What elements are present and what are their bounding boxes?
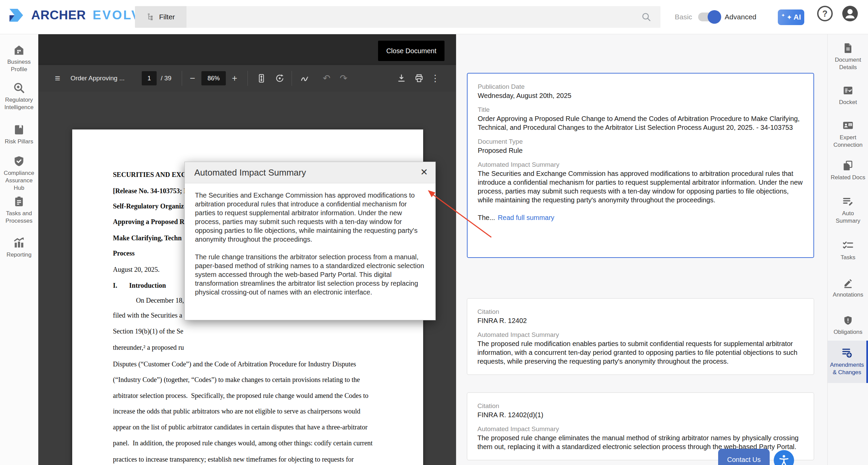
search-input[interactable] [193,6,635,28]
tool-item-docket[interactable]: Docket [828,85,868,106]
amending-document-card[interactable]: Publication Date Wednesday, August 20th,… [467,73,814,258]
title-value: Order Approving a Proposed Rule Change t… [478,114,803,132]
archer-logo-arrow-icon [9,7,26,23]
sidebar-item-tasks-and-processes[interactable]: Tasks and Processes [0,196,38,225]
amendments-changes-icon [841,347,853,359]
automated-impact-summary-popup: Automated Impact Summary ✕ The Securitie… [184,162,436,320]
sidebar-item-regulatory-intelligence[interactable]: Regulatory Intelligence [0,81,38,111]
pdf-line: Section 19(b)(1) of the Se [113,327,183,336]
advanced-mode-label: Advanced [725,13,756,21]
filter-button[interactable]: Filter [135,6,186,28]
pdf-line: Make Clarifying, Techn [113,234,182,242]
rotate-page-icon[interactable] [275,65,285,92]
summary-truncation: The... [478,214,495,221]
close-icon[interactable]: ✕ [420,167,428,178]
search-icon[interactable] [641,12,652,22]
toolbar-divider [248,71,248,86]
tool-item-auto-summary[interactable]: Auto Summary [828,195,868,225]
annotations-pencil-icon [842,277,854,289]
expert-connection-icon [842,119,854,132]
help-icon[interactable]: ? [817,6,833,21]
impact-summary-value: The Securities and Exchange Commission h… [478,169,803,204]
print-icon[interactable] [414,65,424,92]
pdf-toolbar: ≡ Order Approving ... 1 / 39 − 86% + [38,65,456,92]
tool-item-amendments-changes[interactable]: Amendments & Changes [828,341,868,383]
impact-summary-label: Automated Impact Summary [477,330,804,339]
document-type-value: Proposed Rule [478,146,803,155]
tasks-and-processes-icon [13,196,25,208]
pdf-line: On December 18, [136,296,184,305]
citation-label: Citation [477,402,804,410]
popup-paragraph: The rule change transitions the arbitrat… [195,252,425,297]
pdf-line: Approving a Proposed R [113,217,184,226]
pdf-line: practices to increase transparency; esta… [113,455,354,464]
sidebar-item-reporting[interactable]: Reporting [0,236,38,259]
pdf-document-title: Order Approving ... [71,75,124,82]
pdf-line: increase the odds that public arbitrator… [113,407,360,416]
tool-item-related-docs[interactable]: Related Docs [828,160,868,181]
impact-summary-label: Automated Impact Summary [478,160,803,169]
citation-value: FINRA R. 12402 [477,316,804,325]
search-mode-toggle-group: Basic Advanced [675,0,756,34]
sidebar-item-business-profile[interactable]: Business Profile [0,44,38,73]
tool-item-annotations[interactable]: Annotations [828,277,868,299]
undo-icon[interactable]: ↶ [323,73,331,84]
pdf-line: Self-Regulatory Organiz [113,202,184,210]
popup-header: Automated Impact Summary ✕ [185,162,435,183]
pdf-line: August 20, 2025. [113,265,160,274]
tool-item-obligations[interactable]: Obligations [828,315,868,336]
zoom-in-icon[interactable]: + [232,73,237,84]
related-docs-icon [842,160,854,171]
impact-summary-value: The proposed rule modification enables p… [477,339,804,366]
toggle-knob [708,10,721,24]
amendments-panel: Amending Document Publication Date Wedne… [456,34,827,465]
ai-button[interactable]: ✦ ✦ AI [778,9,804,25]
download-icon[interactable] [396,65,407,92]
sparkle-icon: ✦ [781,13,785,18]
page-count-label: / 39 [161,75,172,82]
publication-date-label: Publication Date [478,82,803,91]
pdf-line: panel. In addition, the proposed rule ch… [113,439,373,447]
pdf-line: appear on the list of public arbitrator … [113,423,368,431]
pdf-line: filed with the Securities a [113,311,182,320]
more-options-icon[interactable]: ⋮ [431,73,440,84]
fit-page-icon[interactable] [256,65,267,92]
zoom-out-icon[interactable]: − [190,73,195,84]
document-details-icon [842,42,854,54]
tool-item-expert-connection[interactable]: Expert Connection [828,119,868,149]
sidebar-toggle-icon[interactable]: ≡ [55,73,60,84]
popup-title: Automated Impact Summary [194,167,306,178]
archer-evolv-app: ARCHER EVOLV™ Filter Basic Adva [0,0,868,465]
pdf-line: arbitrator selection process. Specifical… [113,391,368,400]
top-bar: ARCHER EVOLV™ Filter Basic Adva [0,0,868,34]
search-bar [186,6,660,28]
tool-item-tasks[interactable]: Tasks [828,239,868,261]
filter-label: Filter [159,13,175,21]
user-avatar-icon[interactable] [842,5,859,23]
ai-label: AI [793,13,801,22]
filter-tree-icon [146,12,156,22]
pdf-line: Disputes (“Customer Code”) and the Code … [113,360,356,368]
close-document-button[interactable]: Close Document [378,41,445,61]
redo-icon[interactable]: ↷ [340,73,348,84]
page-number-input[interactable]: 1 [142,71,157,85]
read-full-summary-link[interactable]: Read full summary [498,214,554,221]
contact-us-button[interactable]: Contact Us [718,449,770,465]
docket-icon [842,85,854,96]
citation-card[interactable]: Citation FINRA R. 12402 Automated Impact… [467,298,814,375]
sidebar-item-risk-pillars[interactable]: Risk Pillars [0,124,38,145]
pdf-line: thereunder,² a proposed ru [113,343,184,352]
freehand-annotation-icon[interactable] [300,65,311,92]
regulatory-intelligence-icon [13,81,25,94]
impact-summary-label: Automated Impact Summary [477,425,804,433]
popup-paragraph: The Securities and Exchange Commission h… [195,191,425,244]
sidebar-item-compliance-assurance-hub[interactable]: Compliance Assurance Hub [0,155,38,192]
auto-summary-icon [842,195,854,207]
zoom-level-value[interactable]: 86% [201,71,226,85]
archer-evolv-logo[interactable]: ARCHER EVOLV™ [9,7,146,23]
basic-advanced-toggle[interactable] [698,13,718,21]
basic-mode-label: Basic [675,13,692,21]
brand-archer: ARCHER [31,8,86,22]
compliance-assurance-hub-icon [13,155,25,167]
tool-item-document-details[interactable]: Document Details [828,42,868,71]
